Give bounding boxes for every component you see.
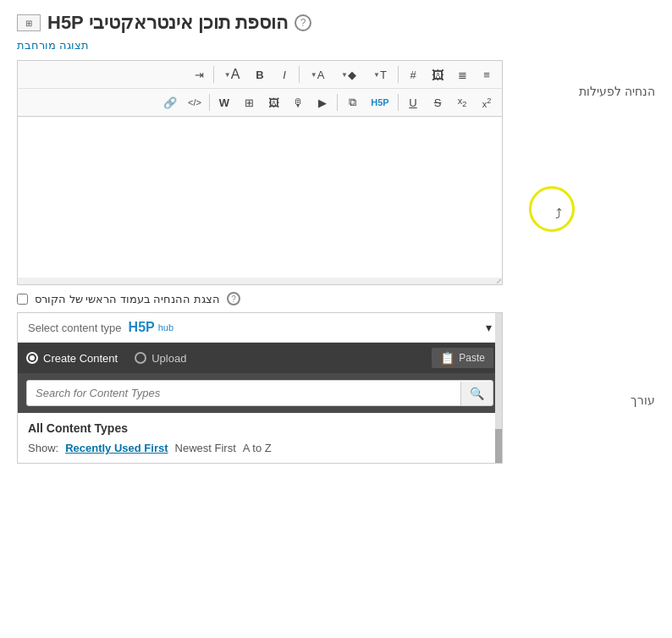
hint-arrow: ▼ [341, 71, 348, 79]
copy-format-button[interactable]: ⧉ [340, 91, 364, 113]
hint-button[interactable]: ◆ ▼ [333, 63, 364, 85]
gallery-icon: ⊞ [245, 96, 254, 109]
copy-format-icon: ⧉ [349, 96, 356, 109]
all-content-types-title: All Content Types [28, 421, 492, 435]
label-row: תצוגה מורחבת [0, 39, 672, 57]
separator-6 [209, 94, 210, 111]
upload-radio[interactable] [135, 352, 146, 364]
editor-area[interactable] [18, 117, 502, 278]
heading-icon: # [410, 69, 416, 81]
main-page-checkbox[interactable] [17, 294, 28, 305]
separator-4 [398, 94, 399, 111]
scrollbar-thumb[interactable] [495, 429, 502, 463]
strikethrough-icon: S [434, 96, 442, 109]
h5p-dropdown-arrow-icon[interactable]: ▾ [486, 321, 492, 334]
code-button[interactable]: </> [183, 91, 207, 113]
audio-icon: 🎙 [293, 96, 304, 109]
h5p-tabs: Create Content Upload 📋 Paste [18, 343, 502, 373]
video-icon: ▶ [318, 96, 327, 109]
paste-button[interactable]: 📋 Paste [432, 348, 493, 368]
create-content-label: Create Content [43, 352, 118, 365]
upload-label: Upload [151, 352, 186, 365]
font-size-icon: A [231, 67, 240, 82]
separator-2 [299, 66, 300, 83]
text-format-arrow: ▼ [373, 71, 380, 79]
strikethrough-button[interactable]: S [426, 91, 449, 113]
separator-1 [398, 66, 399, 83]
paste-label: Paste [459, 352, 485, 364]
ordered-list-button[interactable]: ≡ [475, 63, 498, 85]
h5p-button[interactable]: H5P [365, 91, 395, 113]
page-header: ? הוספת תוכן אינטראקטיבי H5P ⊞ [0, 0, 672, 39]
h5p-logo: H5P hub [129, 320, 174, 335]
video-button[interactable]: ▶ [311, 91, 334, 113]
unordered-list-button[interactable]: ≣ [450, 63, 474, 85]
paste-icon: 📋 [440, 351, 454, 365]
h5p-content-area: All Content Types Show: Recently Used Fi… [18, 413, 502, 463]
bold-button[interactable]: B [248, 63, 272, 85]
separator-5 [337, 94, 338, 111]
link-icon: 🔗 [163, 96, 177, 109]
code-icon: </> [188, 97, 201, 107]
scrollbar-track[interactable] [495, 313, 502, 463]
subscript-icon: x2 [458, 96, 467, 108]
toolbar-row-2: x2 x2 S U H5P ⧉ ▶ 🎙 [18, 88, 502, 116]
resize-handle[interactable]: ⤢ [18, 278, 502, 284]
document-icon: W [219, 96, 229, 109]
link-button[interactable]: 🔗 [158, 91, 182, 113]
search-icon: 🔍 [470, 387, 484, 400]
h5p-search-wrap: 🔍 [26, 380, 493, 406]
editor-container: ≡ ≣ 🖼 # T ▼ ◆ ▼ A ▼ [17, 60, 503, 285]
ordered-list-icon: ≡ [483, 69, 490, 81]
h5p-logo-text: H5P [129, 320, 155, 335]
tab-upload[interactable]: Upload [135, 352, 186, 365]
expanded-label[interactable]: תצוגה מורחבת [17, 39, 89, 52]
h5p-embed-icon: H5P [371, 97, 388, 107]
create-content-radio[interactable] [26, 352, 38, 364]
superscript-button[interactable]: x2 [475, 91, 498, 113]
tab-create-content[interactable]: Create Content [26, 352, 118, 365]
document-button[interactable]: W [212, 91, 236, 113]
hint-icon: ◆ [348, 69, 356, 81]
indent-button[interactable]: ⇥ [187, 63, 211, 85]
superscript-icon: x2 [482, 96, 492, 109]
checkbox-help-icon[interactable]: ? [227, 292, 240, 305]
h5p-logo-hub: hub [158, 322, 174, 333]
h5p-select-type-label: Select content type [28, 322, 122, 334]
font-size-arrow: ▼ [224, 71, 231, 79]
italic-button[interactable]: I [273, 63, 296, 85]
bold-icon: B [256, 69, 263, 81]
h5p-container: ▾ Select content type H5P hub Create Con… [17, 312, 503, 464]
h5p-search-row: 🔍 [18, 373, 502, 413]
editor-label: עורך [631, 393, 655, 407]
page-icon-box: ⊞ [17, 14, 41, 31]
font-size-button[interactable]: A ▼ [217, 63, 247, 85]
sort-a-to-z[interactable]: A to Z [243, 442, 272, 454]
image-icon: 🖼 [268, 96, 279, 109]
color-button[interactable]: A ▼ [302, 63, 333, 85]
underline-button[interactable]: U [401, 91, 425, 113]
italic-icon: I [283, 69, 286, 81]
text-format-icon: T [380, 69, 387, 81]
page-title: הוספת תוכן אינטראקטיבי H5P [47, 12, 288, 34]
audio-button[interactable]: 🎙 [286, 91, 310, 113]
subscript-button[interactable]: x2 [450, 91, 474, 113]
sort-recently-used[interactable]: Recently Used First [65, 442, 168, 454]
text-format-button[interactable]: T ▼ [365, 63, 395, 85]
help-icon[interactable]: ? [295, 14, 311, 31]
gallery-button[interactable]: ⊞ [237, 91, 261, 113]
sort-newest-first[interactable]: Newest First [175, 442, 236, 454]
cursor-highlight-circle [529, 186, 575, 232]
search-button[interactable]: 🔍 [460, 382, 493, 405]
heading-button[interactable]: # [401, 63, 425, 85]
underline-icon: U [409, 96, 416, 109]
unordered-list-icon: ≣ [458, 69, 467, 81]
toolbar: ≡ ≣ 🖼 # T ▼ ◆ ▼ A ▼ [18, 61, 502, 117]
image-upload-icon: 🖼 [432, 68, 444, 82]
image-upload-button[interactable]: 🖼 [426, 63, 449, 85]
h5p-header: ▾ Select content type H5P hub [18, 313, 502, 343]
color-arrow: ▼ [311, 71, 317, 79]
image-button[interactable]: 🖼 [262, 91, 285, 113]
h5p-show-row: Show: Recently Used First Newest First A… [28, 442, 492, 454]
search-input[interactable] [27, 381, 460, 405]
